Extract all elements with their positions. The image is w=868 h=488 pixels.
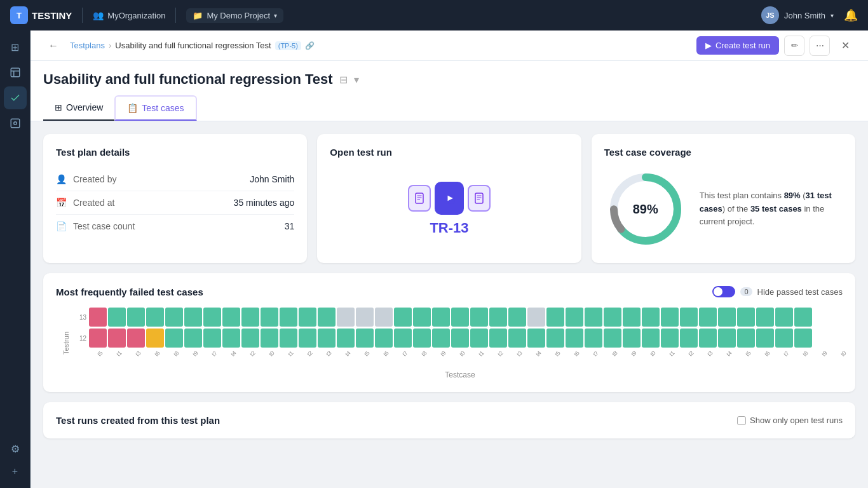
top-navigation: T TESTINY 👥 MyOrganization 📁 My Demo Pro… [0,0,868,30]
bar-cell [470,329,488,348]
bar-cell [794,329,812,348]
notifications-icon[interactable]: 🔔 [844,8,858,22]
tab-testcases[interactable]: 📋 Test cases [114,95,196,121]
close-button[interactable]: ✕ [835,36,855,56]
breadcrumb-current: Usability and full functional regression… [115,41,271,50]
bar-cell [623,308,641,327]
x-label: t1 [663,351,681,358]
bar-row-12: 12 [70,329,850,348]
bar-cell [184,308,202,327]
x-label: t8 [416,351,433,358]
bar-cell [203,329,221,348]
bar-cell [585,308,602,327]
bar-cell [661,329,679,348]
sidebar-icon-settings[interactable]: ⚙ [4,437,27,460]
test-run-id[interactable]: TR-13 [430,220,468,236]
sidebar-icon-add[interactable]: + [4,460,27,483]
toggle-group: 0 Hide passed test cases [712,286,843,297]
svg-rect-5 [416,193,423,203]
avatar: JS [761,6,779,24]
test-run-icon-left [408,185,431,212]
bars-row-13 [89,308,850,327]
show-open-runs-label[interactable]: Show only open test runs [737,416,843,425]
bar-cell [356,308,374,327]
app-logo[interactable]: T TESTINY [10,6,72,24]
coverage-description: This test plan contains 89% (31 test cas… [700,189,843,229]
x-label: t7 [397,351,414,358]
hide-passed-toggle[interactable] [712,286,735,297]
overview-icon: ⊞ [55,102,62,112]
user-chevron-icon: ▾ [831,12,834,19]
bar-cell [89,308,107,327]
tab-overview[interactable]: ⊞ Overview [43,95,114,121]
x-axis-title: Testcase [70,370,850,379]
x-label: t5 [358,351,376,358]
sidebar-icon-reports[interactable] [4,112,27,135]
create-test-run-button[interactable]: ▶ Create test run [696,36,779,55]
x-label: t8 [797,351,814,358]
x-label: t3 [130,351,147,358]
bar-row-13: 13 [70,308,850,327]
breadcrumb: Testplans › Usability and full functiona… [70,41,315,50]
test-run-center: TR-13 [330,168,568,250]
bar-cell [756,308,774,327]
bar-cell [356,329,374,348]
org-selector[interactable]: 👥 MyOrganization [93,10,165,20]
bar-cell [642,329,660,348]
bar-cell [642,308,660,327]
toggle-badge: 0 [740,287,752,296]
bar-cell [394,308,412,327]
coverage-donut: 89% [604,168,687,250]
edit-button[interactable]: ✏ [784,36,804,56]
sidebar-icon-testplans[interactable] [4,86,27,109]
bar-cell [737,329,755,348]
x-label: t0 [644,351,661,358]
sidebar-icon-testcases[interactable] [4,61,27,84]
more-options-button[interactable]: ⋯ [810,36,830,56]
bar-cell [318,329,336,348]
x-label: t1 [282,351,299,358]
bar-cell [451,308,469,327]
bar-cell [299,308,316,327]
content-area: Test plan details 👤 Created by John Smit… [31,121,868,451]
bar-cell [280,329,297,348]
toggle-label: Hide passed test cases [757,287,843,297]
back-button[interactable]: ← [43,36,64,56]
x-label: t8 [606,351,623,358]
calendar-icon: 📅 [56,198,67,208]
breadcrumb-actions: ▶ Create test run ✏ ⋯ ✕ [696,36,855,56]
x-label: t5 [92,351,109,358]
y-value-13: 13 [70,314,86,321]
sidebar-icon-dashboard[interactable]: ⊞ [4,36,27,58]
detail-row-created-at: 📅 Created at 35 minutes ago [56,191,294,215]
x-label: t2 [682,351,700,358]
breadcrumb-parent[interactable]: Testplans [70,41,105,50]
expand-icon[interactable]: ▾ [354,74,359,86]
x-label: t6 [377,351,395,358]
x-label: t2 [301,351,318,358]
bar-cell [165,308,183,327]
copy-icon[interactable]: ⊟ [339,74,348,86]
bar-cell [337,308,355,327]
bar-cell [184,329,202,348]
bar-cell [127,308,145,327]
test-case-coverage-card: Test case coverage 89% [592,134,855,263]
play-icon: ▶ [705,41,712,50]
show-open-runs-checkbox[interactable] [737,416,746,425]
user-menu[interactable]: JS John Smith ▾ [761,6,834,24]
test-plan-details-card: Test plan details 👤 Created by John Smit… [43,134,307,263]
section-title: Test runs created from this test plan [56,415,220,426]
breadcrumb-link-icon[interactable]: 🔗 [305,41,315,50]
y-value-12: 12 [70,335,86,342]
project-name: My Demo Project [207,11,270,20]
test-run-icon-main[interactable] [435,182,464,215]
bar-cell [527,329,545,348]
bar-cell [737,308,755,327]
bar-cell [794,308,812,327]
bar-cell [508,308,526,327]
x-label: t9 [625,351,642,358]
project-selector[interactable]: 📁 My Demo Project ▾ [186,8,283,23]
x-label: t7 [587,351,604,358]
bar-cell [566,308,583,327]
open-test-run-card: Open test run [317,134,581,263]
